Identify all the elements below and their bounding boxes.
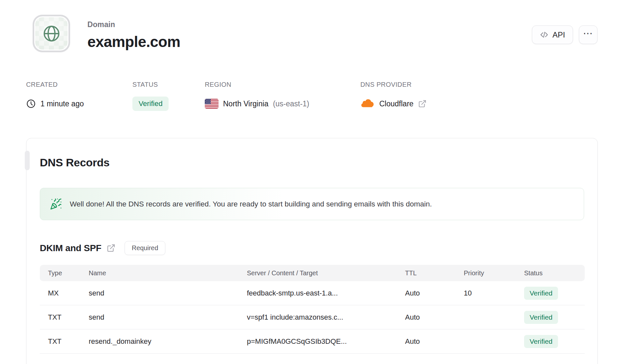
- record-content: feedback-smtp.us-east-1.a...: [247, 289, 405, 297]
- dns-provider-value: Cloudflare: [379, 99, 414, 108]
- col-header-name: Name: [89, 269, 247, 277]
- dns-provider-label: DNS PROVIDER: [360, 81, 427, 88]
- meta-status: STATUS Verified: [132, 81, 205, 111]
- col-header-priority: Priority: [464, 269, 524, 277]
- external-link-icon[interactable]: [418, 99, 427, 108]
- record-content: v=spf1 include:amazonses.c...: [247, 313, 405, 322]
- record-content: p=MIGfMA0GCSqGSIb3DQE...: [247, 337, 405, 346]
- record-type: TXT: [40, 313, 89, 322]
- record-status-badge: Verified: [524, 311, 558, 324]
- record-ttl: Auto: [405, 289, 464, 297]
- record-name: resend._domainkey: [89, 337, 247, 346]
- party-popper-icon: [50, 198, 62, 210]
- record-type: MX: [40, 289, 89, 297]
- card-left-notch: [25, 151, 30, 170]
- table-header-row: Type Name Server / Content / Target TTL …: [40, 265, 585, 281]
- api-button[interactable]: API: [532, 25, 573, 44]
- table-row: TXT send v=spf1 include:amazonses.c... A…: [40, 305, 585, 329]
- meta-region: REGION: [205, 81, 360, 111]
- required-badge: Required: [125, 241, 165, 255]
- record-ttl: Auto: [405, 337, 464, 346]
- region-label: REGION: [205, 81, 360, 88]
- domain-kicker: Domain: [87, 20, 180, 29]
- table-row: TXT resend._domainkey p=MIGfMA0GCSqGSIb3…: [40, 329, 585, 354]
- status-badge: Verified: [132, 97, 169, 111]
- record-ttl: Auto: [405, 313, 464, 322]
- dns-records-table: Type Name Server / Content / Target TTL …: [40, 265, 585, 354]
- banner-text: Well done! All the DNS records are verif…: [70, 200, 432, 208]
- col-header-content: Server / Content / Target: [247, 269, 405, 277]
- domain-detail-page: Domain example.com API ⋯ CREATED: [0, 0, 634, 364]
- page-title: example.com: [87, 33, 180, 51]
- table-row: MX send feedback-smtp.us-east-1.a... Aut…: [40, 281, 585, 305]
- record-status-badge: Verified: [524, 287, 558, 300]
- more-button[interactable]: ⋯: [579, 25, 597, 44]
- meta-dns-provider: DNS PROVIDER Cloudflare: [360, 81, 427, 111]
- region-value: North Virginia: [223, 99, 268, 108]
- domain-meta: CREATED 1 minute ago STATUS Verified REG…: [26, 81, 427, 111]
- record-status-badge: Verified: [524, 335, 558, 348]
- meta-created: CREATED 1 minute ago: [26, 81, 132, 111]
- api-button-label: API: [552, 30, 565, 39]
- dkim-spf-section-header: DKIM and SPF Required: [40, 241, 584, 255]
- dns-records-card: DNS Records Well done! All the DNS recor…: [26, 138, 598, 364]
- more-button-label: ⋯: [583, 28, 593, 38]
- code-icon: [540, 30, 549, 39]
- col-header-status: Status: [524, 269, 585, 277]
- cloudflare-icon: [360, 99, 375, 109]
- record-name: send: [89, 289, 247, 297]
- record-type: TXT: [40, 337, 89, 346]
- status-label: STATUS: [132, 81, 205, 88]
- dns-records-title: DNS Records: [40, 156, 584, 169]
- created-value: 1 minute ago: [40, 99, 84, 108]
- external-link-icon[interactable]: [107, 244, 115, 252]
- domain-avatar: [33, 15, 70, 52]
- verification-success-banner: Well done! All the DNS records are verif…: [40, 188, 584, 220]
- record-name: send: [89, 313, 247, 322]
- us-flag-icon: [205, 99, 219, 109]
- region-code: (us-east-1): [273, 99, 309, 108]
- dkim-spf-title: DKIM and SPF: [40, 243, 101, 253]
- created-label: CREATED: [26, 81, 132, 88]
- col-header-ttl: TTL: [405, 269, 464, 277]
- globe-icon: [42, 24, 61, 43]
- record-priority: 10: [464, 289, 524, 297]
- col-header-type: Type: [40, 269, 89, 277]
- clock-icon: [26, 99, 36, 109]
